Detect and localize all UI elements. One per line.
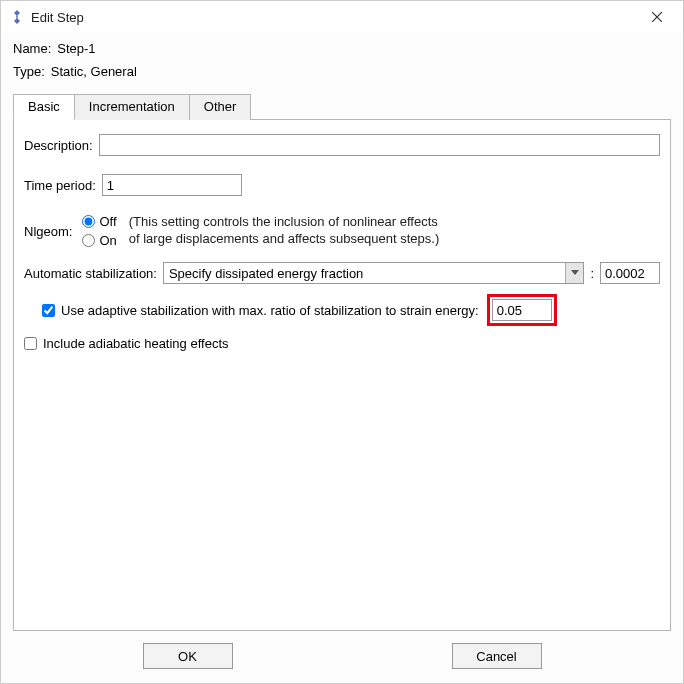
- name-label: Name:: [13, 41, 51, 56]
- tab-basic[interactable]: Basic: [13, 94, 75, 120]
- dialog-footer: OK Cancel: [13, 631, 671, 683]
- time-period-label: Time period:: [24, 178, 96, 193]
- adaptive-ratio-input[interactable]: [492, 299, 552, 321]
- ok-button[interactable]: OK: [143, 643, 233, 669]
- highlight-box: [487, 294, 557, 326]
- nlgeom-label: Nlgeom:: [24, 224, 72, 239]
- chevron-down-icon: [571, 270, 579, 276]
- adaptive-stab-label: Use adaptive stabilization with max. rat…: [61, 303, 479, 318]
- tab-other-label: Other: [204, 99, 237, 114]
- nlgeom-on-option[interactable]: On: [82, 233, 116, 248]
- type-row: Type: Static, General: [13, 64, 671, 79]
- close-button[interactable]: [637, 3, 677, 31]
- auto-stab-value-input[interactable]: [600, 262, 660, 284]
- tab-strip: Basic Incrementation Other: [13, 93, 671, 119]
- auto-stab-colon: :: [590, 266, 594, 281]
- name-row: Name: Step-1: [13, 41, 671, 56]
- nlgeom-radio-group: Off On: [82, 214, 116, 248]
- nlgeom-on-radio[interactable]: [82, 234, 95, 247]
- adaptive-stab-checkbox[interactable]: [42, 304, 55, 317]
- time-period-row: Time period:: [24, 174, 660, 196]
- nlgeom-note: (This setting controls the inclusion of …: [129, 214, 440, 248]
- name-value: Step-1: [57, 41, 95, 56]
- description-input[interactable]: [99, 134, 660, 156]
- auto-stab-selected: Specify dissipated energy fraction: [164, 263, 565, 283]
- adiabatic-checkbox[interactable]: [24, 337, 37, 350]
- tab-basic-label: Basic: [28, 99, 60, 114]
- tab-incrementation-label: Incrementation: [89, 99, 175, 114]
- cancel-button[interactable]: Cancel: [452, 643, 542, 669]
- app-icon: [9, 9, 25, 25]
- ok-label: OK: [178, 649, 197, 664]
- dialog-content: Name: Step-1 Type: Static, General Basic…: [1, 33, 683, 683]
- adiabatic-label: Include adiabatic heating effects: [43, 336, 229, 351]
- adiabatic-row: Include adiabatic heating effects: [24, 336, 660, 351]
- description-label: Description:: [24, 138, 93, 153]
- cancel-label: Cancel: [476, 649, 516, 664]
- combo-dropdown-button[interactable]: [565, 263, 583, 283]
- nlgeom-row: Nlgeom: Off On (This setting controls th…: [24, 214, 660, 248]
- auto-stab-combo[interactable]: Specify dissipated energy fraction: [163, 262, 584, 284]
- close-icon: [652, 12, 662, 22]
- auto-stab-label: Automatic stabilization:: [24, 266, 157, 281]
- tab-panel-basic: Description: Time period: Nlgeom: Off On: [13, 119, 671, 631]
- nlgeom-on-label: On: [99, 233, 116, 248]
- description-row: Description:: [24, 134, 660, 156]
- tab-incrementation[interactable]: Incrementation: [74, 94, 190, 120]
- nlgeom-off-label: Off: [99, 214, 116, 229]
- window-title: Edit Step: [31, 10, 637, 25]
- type-value: Static, General: [51, 64, 137, 79]
- nlgeom-note-line1: (This setting controls the inclusion of …: [129, 214, 440, 231]
- titlebar: Edit Step: [1, 1, 683, 33]
- nlgeom-off-radio[interactable]: [82, 215, 95, 228]
- tab-other[interactable]: Other: [189, 94, 252, 120]
- nlgeom-note-line2: of large displacements and affects subse…: [129, 231, 440, 248]
- svg-rect-0: [16, 15, 18, 19]
- adaptive-stab-row: Use adaptive stabilization with max. rat…: [42, 294, 660, 326]
- nlgeom-off-option[interactable]: Off: [82, 214, 116, 229]
- auto-stab-row: Automatic stabilization: Specify dissipa…: [24, 262, 660, 284]
- edit-step-dialog: Edit Step Name: Step-1 Type: Static, Gen…: [0, 0, 684, 684]
- time-period-input[interactable]: [102, 174, 242, 196]
- type-label: Type:: [13, 64, 45, 79]
